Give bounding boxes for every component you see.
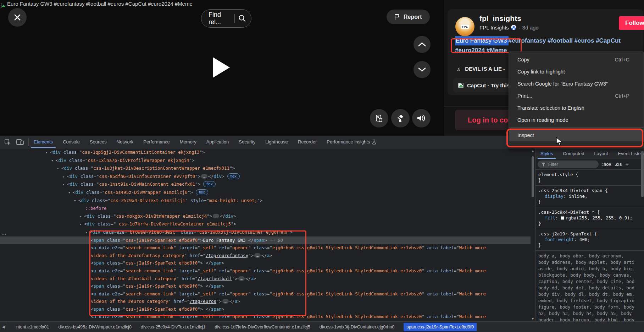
tab-elements[interactable]: Elements bbox=[29, 136, 58, 148]
dom-tree-row[interactable]: ▾<div class="css-1xlna7p-DivProfileWrapp… bbox=[0, 157, 531, 165]
dom-tree-row[interactable]: ▾<div data-e2e="browse-video-desc" class… bbox=[0, 228, 531, 236]
dom-tree-row[interactable]: ▾<div class="css-1nst91u-DivMainContent … bbox=[0, 180, 531, 189]
tab-memory[interactable]: Memory bbox=[175, 136, 201, 148]
cast-disabled-button[interactable] bbox=[391, 109, 410, 127]
gutter-more-icon[interactable]: ⋯ bbox=[1, 232, 7, 237]
dom-tree-row[interactable]: ▾<div class="css-bs495z-DivWrapper e1mzi… bbox=[0, 189, 531, 197]
dom-tree-row[interactable]: <a data-e2e="search-common-link" target=… bbox=[0, 290, 531, 298]
device-toolbar-icon[interactable] bbox=[16, 139, 24, 145]
tab-sources[interactable]: Sources bbox=[85, 136, 112, 148]
expand-arrow-icon[interactable]: ▾ bbox=[74, 197, 78, 205]
css-rule[interactable]: .css-25c9x4-DivText span {display: inlin… bbox=[535, 186, 644, 207]
menu-item-open-in-reading-mode[interactable]: Open in reading mode bbox=[509, 114, 644, 126]
css-rule[interactable]: .css-j2a19r-SpanText {font-weight: 400;} bbox=[535, 229, 644, 251]
inline-expand-icon[interactable]: … bbox=[201, 174, 207, 179]
scroll-up-icon[interactable]: ▲ bbox=[531, 149, 534, 153]
tab-console[interactable]: Console bbox=[58, 136, 85, 148]
new-style-rule-button[interactable]: + bbox=[625, 161, 629, 168]
flex-badge[interactable]: flex bbox=[227, 173, 240, 179]
dom-tree-row[interactable]: ▸<div class="css-85dfh6-DivInfoContainer… bbox=[0, 173, 531, 181]
next-video-button[interactable] bbox=[413, 61, 431, 78]
tab-performance[interactable]: Performance bbox=[138, 136, 174, 148]
miniplayer-button[interactable] bbox=[370, 109, 388, 127]
menu-item-inspect[interactable]: Inspect bbox=[509, 129, 644, 141]
menu-item-search-google-for-euro-fantasy-gw3[interactable]: Search Google for “Euro Fantasy GW3” bbox=[509, 78, 644, 90]
styles-scrollbar-thumb[interactable] bbox=[641, 151, 644, 197]
inspect-element-icon[interactable] bbox=[4, 138, 11, 146]
toggle-hover-state-button[interactable]: :hov bbox=[602, 162, 611, 167]
css-rule[interactable]: .css-25c9x4-DivText * {fill: rgba(255, 2… bbox=[535, 207, 644, 229]
expand-arrow-icon[interactable]: ▾ bbox=[51, 157, 56, 165]
tab-application[interactable]: Application bbox=[201, 136, 234, 148]
dom-tree-row[interactable]: <span class="css-j2a19r-SpanText efbd9f0… bbox=[0, 236, 531, 244]
close-button[interactable] bbox=[8, 8, 27, 27]
elements-scrollbar[interactable]: ▲ ▼ bbox=[531, 148, 535, 321]
dom-tree-row[interactable]: ▾<div class="css-25c9x4-DivText e1mzilcj… bbox=[0, 197, 531, 205]
tab-recorder[interactable]: Recorder bbox=[293, 136, 322, 148]
avatar[interactable]: FPL bbox=[455, 17, 474, 36]
menu-item-copy[interactable]: CopyCtrl+C bbox=[509, 54, 644, 66]
menu-item-translate-selection-to-english[interactable]: Translate selection to English bbox=[509, 102, 644, 114]
expand-arrow-icon[interactable]: ▾ bbox=[62, 181, 67, 189]
search-box[interactable]: Find rel... bbox=[201, 9, 251, 28]
follow-button[interactable]: Follow bbox=[619, 16, 644, 30]
styles-tab-styles[interactable]: Styles bbox=[535, 148, 558, 159]
dom-tree-row[interactable]: <a data-e2e="search-common-link" target=… bbox=[0, 313, 531, 321]
flex-badge[interactable]: flex bbox=[196, 189, 208, 195]
username[interactable]: fpl_insights bbox=[479, 14, 521, 23]
volume-button[interactable] bbox=[412, 109, 431, 127]
tab-lighthouse[interactable]: Lighthouse bbox=[260, 136, 293, 148]
dom-tree-row[interactable]: <span class="css-j2a19r-SpanText efbd9f0… bbox=[0, 282, 531, 290]
styles-tab-computed[interactable]: Computed bbox=[558, 148, 589, 159]
styles-filter-input[interactable]: Filter bbox=[538, 160, 599, 168]
flex-badge[interactable]: flex bbox=[203, 181, 216, 187]
video-description-line2[interactable]: #euro2024 #Meme bbox=[455, 47, 507, 54]
toggle-class-button[interactable]: .cls bbox=[615, 162, 622, 167]
dom-tree-row[interactable]: <a data-e2e="search-common-link" target=… bbox=[0, 267, 531, 275]
styles-tab-layout[interactable]: Layout bbox=[589, 148, 613, 159]
breadcrumb-item[interactable]: div.css-25c9x4-DivText.e1mzilcj1 bbox=[141, 325, 205, 330]
display-name[interactable]: FPL Insights bbox=[479, 25, 509, 31]
collapse-arrow-icon[interactable]: ▸ bbox=[62, 173, 67, 181]
menu-item-copy-link-to-highlight[interactable]: Copy link to highlight bbox=[509, 66, 644, 78]
dom-tree-row[interactable]: ▾<div class=" css-1d7krfw-DivOverflowCon… bbox=[0, 220, 531, 228]
breadcrumb-item[interactable]: div..css-1d7krfw-DivOverflowContainer.e1… bbox=[215, 325, 310, 330]
tab-network[interactable]: Network bbox=[112, 136, 139, 148]
dom-tree-row[interactable]: ▾<div class="css-1u3jkat-DivDescriptionC… bbox=[0, 164, 531, 173]
dom-tree-row[interactable]: videos of the #football category" href="… bbox=[0, 275, 531, 283]
breadcrumb-item[interactable]: ntent.e1mecfx01 bbox=[16, 325, 49, 330]
dom-tree-row[interactable]: <span class="css-j2a19r-SpanText efbd9f0… bbox=[0, 259, 531, 267]
expand-arrow-icon[interactable]: ▾ bbox=[79, 221, 84, 228]
music-row[interactable]: ♫ DEVIL IS A LIE - bbox=[457, 66, 505, 72]
tab-security[interactable]: Security bbox=[234, 136, 260, 148]
hashtag-links[interactable]: #eurofantasy #football #euros #CapCut bbox=[509, 37, 621, 44]
report-button[interactable]: Report bbox=[387, 10, 430, 24]
play-button[interactable] bbox=[213, 57, 230, 78]
video-player-area[interactable]: Euro Fantasy GW3 #eurofantasy #football … bbox=[0, 0, 444, 136]
dom-tree-row[interactable]: ::before bbox=[0, 205, 531, 212]
collapse-arrow-icon[interactable]: ▸ bbox=[79, 213, 84, 221]
dom-tree-row[interactable]: ▸<div class="css-mokgbx-DivBtnWrapper e1… bbox=[0, 212, 531, 221]
dom-tree-row[interactable]: videos of the #euros category" href="/ta… bbox=[0, 298, 531, 305]
expand-arrow-icon[interactable]: ▾ bbox=[85, 229, 90, 236]
color-swatch[interactable] bbox=[561, 216, 564, 220]
breadcrumb-scroll-left-button[interactable]: ◀ bbox=[0, 322, 7, 332]
scrollbar-thumb[interactable] bbox=[532, 156, 534, 197]
dom-tree-row[interactable]: ▾<div class="css-1qp5gj2-DivCommentListC… bbox=[0, 148, 531, 157]
inline-expand-icon[interactable]: … bbox=[222, 299, 229, 304]
inline-expand-icon[interactable]: … bbox=[254, 253, 261, 258]
breadcrumb-item[interactable]: div.css-bs495z-DivWrapper.e1mzilcj0 bbox=[58, 325, 132, 330]
tab-performance-insights[interactable]: Performance insights bbox=[322, 136, 381, 148]
menu-item-print[interactable]: Print...Ctrl+P bbox=[509, 90, 644, 102]
expand-arrow-icon[interactable]: ▾ bbox=[68, 189, 73, 197]
capcut-template-row[interactable]: CapCut · Try this bbox=[453, 78, 515, 92]
inline-expand-icon[interactable]: … bbox=[213, 214, 219, 218]
scroll-down-icon[interactable]: ▼ bbox=[531, 317, 534, 321]
css-rule[interactable]: element.style {} bbox=[535, 170, 644, 186]
breadcrumb-item[interactable]: div.css-1wdx3tj-DivContainer.ejg0rhn0 bbox=[320, 325, 395, 330]
previous-video-button[interactable] bbox=[413, 36, 431, 53]
expand-arrow-icon[interactable]: ▾ bbox=[45, 149, 50, 157]
dom-tree-row[interactable]: <span class="css-j2a19r-SpanText efbd9f0… bbox=[0, 305, 531, 313]
inline-expand-icon[interactable]: … bbox=[238, 276, 245, 281]
dom-tree-row[interactable]: <a data-e2e="search-common-link" target=… bbox=[0, 244, 531, 252]
